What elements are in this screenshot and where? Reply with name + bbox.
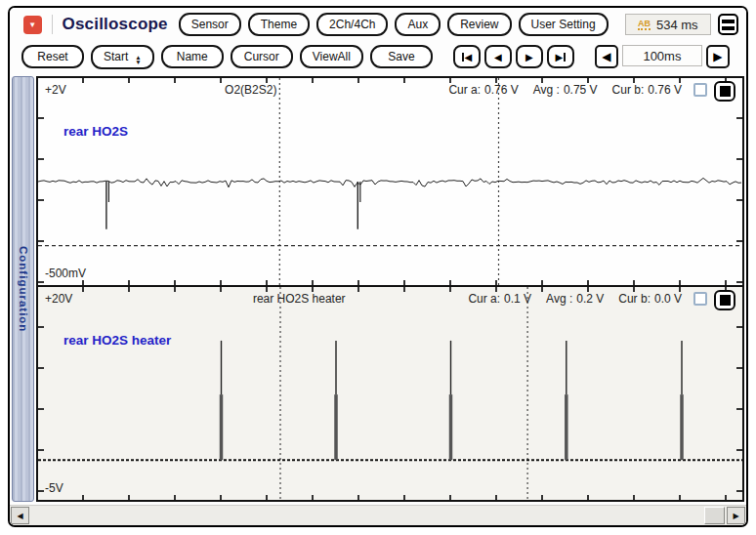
- reset-button[interactable]: Reset: [21, 45, 84, 68]
- sensor-button[interactable]: Sensor: [179, 13, 241, 36]
- menu-icon[interactable]: [718, 14, 738, 35]
- ab-cursor-icon: AB: [638, 20, 651, 30]
- theme-button[interactable]: Theme: [248, 13, 310, 36]
- chevron-down-icon: ▼: [28, 21, 36, 29]
- avg-label: Avg :: [546, 292, 572, 306]
- cursor-b-value: 0.0 V: [654, 292, 682, 306]
- app-menu-button[interactable]: ▼: [23, 16, 42, 34]
- play-button[interactable]: ▶: [516, 45, 543, 68]
- tick-marks: [736, 287, 742, 500]
- page-title: Oscilloscope: [63, 15, 168, 34]
- titlebar: ▼ Oscilloscope Sensor Theme 2Ch/4Ch Aux …: [10, 8, 746, 41]
- step-back-icon: ◀: [465, 52, 473, 62]
- timebase-value: 100ms: [622, 45, 702, 66]
- cursor-b-value: 0.76 V: [648, 83, 682, 97]
- range-top-label: +20V: [45, 292, 72, 306]
- aux-button[interactable]: Aux: [395, 13, 441, 36]
- channel-style-button[interactable]: [714, 290, 735, 310]
- channel-mode-button[interactable]: 2Ch/4Ch: [316, 13, 388, 36]
- channel-1-waveform: [38, 78, 742, 285]
- scroll-right-button[interactable]: ▶: [727, 507, 745, 524]
- bar-icon: [462, 53, 464, 62]
- configuration-tab-label: Configuration: [18, 246, 29, 332]
- tick-marks: [38, 280, 742, 285]
- cursor-delta-value: 534 ms: [656, 18, 698, 32]
- channel-stats: Cur a:0.1 V Avg :0.2 V Cur b:0.0 V: [468, 292, 682, 306]
- step-back-button[interactable]: ◀: [484, 45, 512, 68]
- tick-marks: [38, 287, 44, 500]
- configuration-tab[interactable]: Configuration: [12, 76, 34, 502]
- scroll-left-button[interactable]: ◀: [11, 507, 29, 524]
- cursor-b-label: Cur b:: [618, 292, 651, 306]
- tick-marks: [38, 495, 742, 500]
- channel-1: +2V O2(B2S2) Cur a:0.76 V Avg :0.75 V Cu…: [38, 78, 742, 287]
- cursor-a-value: 0.1 V: [504, 292, 531, 306]
- channel-1-header: +2V O2(B2S2) Cur a:0.76 V Avg :0.75 V Cu…: [38, 81, 742, 101]
- avg-label: Avg :: [533, 83, 560, 97]
- step-forward-icon: ▶: [556, 52, 564, 62]
- right-triangle-icon: ▶: [713, 50, 722, 63]
- left-triangle-icon: ◀: [602, 50, 610, 63]
- channel-title: O2(B2S2): [225, 83, 276, 97]
- tick-marks: [38, 78, 44, 285]
- filled-square-icon: [720, 86, 731, 97]
- right-triangle-icon: ▶: [525, 52, 533, 62]
- cursor-b-label: Cur b:: [612, 83, 645, 97]
- channel-title: rear HO2S heater: [253, 292, 346, 306]
- avg-value: 0.2 V: [576, 292, 604, 306]
- timebase-increase-button[interactable]: ▶: [706, 45, 730, 68]
- left-triangle-icon: ◀: [17, 512, 22, 520]
- horizontal-scrollbar[interactable]: ◀ ▶: [10, 505, 746, 525]
- range-bottom-label: -5V: [45, 481, 63, 495]
- channel-visibility-checkbox[interactable]: [693, 292, 707, 306]
- menu-bar-icon: [722, 26, 735, 30]
- review-button[interactable]: Review: [447, 13, 511, 36]
- oscilloscope-window: ▼ Oscilloscope Sensor Theme 2Ch/4Ch Aux …: [8, 6, 748, 527]
- titlebar-separator: [52, 15, 53, 34]
- channel-style-button[interactable]: [714, 81, 735, 102]
- skip-to-end-button[interactable]: ▶: [547, 45, 574, 68]
- viewall-button[interactable]: ViewAll: [300, 45, 363, 68]
- timebase-control: ◀ 100ms ▶: [595, 45, 730, 68]
- signal-name-label: rear HO2S: [63, 124, 128, 139]
- cursor-a-label: Cur a:: [468, 292, 500, 306]
- cursor-button[interactable]: Cursor: [231, 45, 293, 68]
- main-area: Configuration +2V O2(B2S2) Cur a:0.76 V …: [10, 74, 746, 502]
- channel-2: +20V rear HO2S heater Cur a:0.1 V Avg :0…: [38, 287, 742, 500]
- save-button[interactable]: Save: [370, 45, 433, 68]
- range-top-label: +2V: [45, 83, 66, 97]
- channel-2-waveform: [38, 287, 742, 500]
- channel-2-header: +20V rear HO2S heater Cur a:0.1 V Avg :0…: [38, 290, 742, 309]
- right-triangle-icon: ▶: [733, 512, 738, 520]
- cursor-a-label: Cur a:: [448, 83, 481, 97]
- start-button[interactable]: Start▲▼: [91, 45, 154, 69]
- cursor-a-value: 0.76 V: [484, 83, 519, 97]
- channel-stats: Cur a:0.76 V Avg :0.75 V Cur b:0.76 V: [448, 83, 682, 97]
- playback-controls: ◀ ◀ ▶ ▶: [453, 45, 574, 68]
- menu-bar-icon: [722, 20, 735, 23]
- cursor-delta-display: AB 534 ms: [625, 14, 711, 35]
- left-triangle-icon: ◀: [494, 52, 502, 62]
- skip-to-start-button[interactable]: ◀: [453, 45, 481, 68]
- channel-visibility-checkbox[interactable]: [693, 83, 707, 97]
- filled-square-icon: [720, 295, 731, 306]
- timebase-decrease-button[interactable]: ◀: [595, 45, 618, 68]
- name-button[interactable]: Name: [161, 45, 224, 68]
- scrollbar-thumb[interactable]: [704, 507, 725, 524]
- range-bottom-label: -500mV: [45, 267, 86, 280]
- signal-name-label: rear HO2S heater: [63, 333, 171, 348]
- scope-plot: +2V O2(B2S2) Cur a:0.76 V Avg :0.75 V Cu…: [36, 76, 744, 502]
- user-setting-button[interactable]: User Setting: [519, 13, 609, 36]
- toolbar: Reset Start▲▼ Name Cursor ViewAll Save ◀…: [10, 41, 746, 74]
- avg-value: 0.75 V: [564, 83, 598, 97]
- spinner-icon: ▲▼: [135, 55, 141, 64]
- bar-icon: [564, 53, 566, 62]
- tick-marks: [736, 78, 742, 285]
